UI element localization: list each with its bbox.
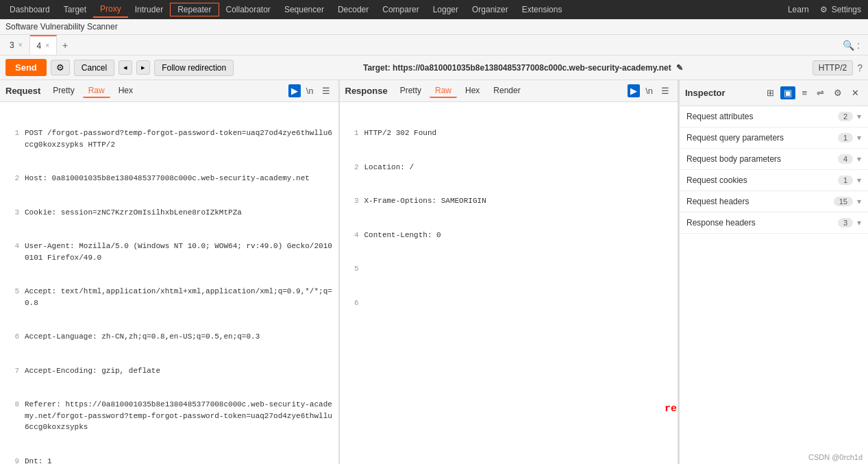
inspector-row-label-request-query: Request query parameters [686,133,838,143]
arrow-svg [340,369,354,410]
inspector-row-count-request-headers: 15 [834,197,853,206]
nav-organizer[interactable]: Organizer [465,2,515,17]
nav-comparer[interactable]: Comparer [375,2,425,17]
target-prefix: Target: [363,63,393,73]
response-more-icon[interactable]: ☰ [658,84,672,97]
search-button[interactable]: 🔍 : [837,37,865,53]
tab-4-close[interactable]: × [45,42,49,49]
response-tab-pretty[interactable]: Pretty [395,84,427,98]
resp-line-3: 3X-Frame-Options: SAMEORIGIN [345,195,673,207]
nav-extensions[interactable]: Extensions [515,2,569,17]
request-panel-header: Request Pretty Raw Hex ▶ \n ☰ [0,80,338,102]
response-panel: Response Pretty Raw Hex Render ▶ \n ☰ 1H… [340,80,679,464]
line-3: 3Cookie: session=zNC7KzrzOmIsilhxbLene8r… [5,207,333,219]
inspector-row-count-response-headers: 3 [838,218,853,228]
toolbar: Send ⚙ Cancel ◂ ▸ Follow redirection Tar… [0,56,868,80]
watermark: CSDN @0rch1d [808,453,863,461]
inspector-gear-icon[interactable]: ⚙ [830,86,845,99]
nav-logger[interactable]: Logger [426,2,465,17]
request-code-area[interactable]: 1POST /forgot-password?temp-forgot-passw… [0,102,338,464]
line-6: 6Accept-Language: zh-CN,zh;q=0.8,en-US;q… [5,331,333,343]
chevron-down-icon-3: ▾ [857,154,861,164]
line-2: 2Host: 0a810001035b8e1380485377008c000c.… [5,173,333,184]
inspector-title: Inspector [685,88,763,98]
line-4: 4User-Agent: Mozilla/5.0 (Windows NT 10.… [5,241,333,263]
inspector-row-request-body[interactable]: Request body parameters 4 ▾ [680,149,868,170]
nav-repeater[interactable]: Repeater [170,3,219,16]
tab-3-close[interactable]: × [18,41,23,49]
annotation-text: repeater中修改username为受害者账户 [665,402,678,417]
response-tab-hex[interactable]: Hex [460,84,485,98]
nav-prev-button[interactable]: ◂ [119,60,132,75]
inspector-row-label-request-attributes: Request attributes [686,112,838,121]
top-navigation: Dashboard Target Proxy Intruder Repeater… [0,0,868,19]
follow-redirection-button[interactable]: Follow redirection [154,60,234,76]
nav-decoder[interactable]: Decoder [331,2,375,17]
settings-button[interactable]: ⚙ Settings [816,5,865,14]
nav-learn[interactable]: Learn [781,2,816,17]
inspector-align-icon[interactable]: ⇌ [813,86,828,99]
nav-collaborator[interactable]: Collaborator [219,2,277,17]
inspector-panel-icon[interactable]: ▣ [780,86,795,99]
request-send-icon[interactable]: ▶ [288,84,301,97]
request-tab-raw[interactable]: Raw [83,84,110,98]
nav-target[interactable]: Target [57,2,93,17]
response-wrap-icon[interactable]: \n [643,84,656,97]
resp-line-1: 1HTTP/2 302 Found [345,127,673,139]
tab-3[interactable]: 3 × [3,35,30,55]
inspector-split-icon[interactable]: ⊞ [763,86,778,99]
request-title: Request [5,86,40,96]
request-tab-hex[interactable]: Hex [113,84,138,98]
response-tab-raw[interactable]: Raw [430,84,457,98]
inspector-row-response-headers[interactable]: Response headers 3 ▾ [680,212,868,234]
inspector-row-label-request-body: Request body parameters [686,154,838,164]
line-7: 7Accept-Encoding: gzip, deflate [5,365,333,377]
nav-sequencer[interactable]: Sequencer [277,2,331,17]
nav-proxy[interactable]: Proxy [93,1,128,18]
line-1: 1POST /forgot-password?temp-forgot-passw… [5,127,333,150]
inspector-row-request-cookies[interactable]: Request cookies 1 ▾ [680,170,868,191]
line-5: 5Accept: text/html,application/xhtml+xml… [5,286,333,308]
response-tab-render[interactable]: Render [488,84,525,98]
send-options-button[interactable]: ⚙ [51,60,70,75]
help-icon[interactable]: ? [857,62,863,73]
inspector-row-request-query[interactable]: Request query parameters 1 ▾ [680,127,868,149]
nav-dashboard[interactable]: Dashboard [3,2,57,17]
inspector-row-label-response-headers: Response headers [686,218,838,228]
chevron-down-icon-4: ▾ [857,175,861,185]
request-tab-pretty[interactable]: Pretty [47,84,79,98]
target-info: Target: https://0a810001035b8e1380485377… [238,63,808,73]
send-button[interactable]: Send [5,59,47,76]
inspector-row-request-headers[interactable]: Request headers 15 ▾ [680,191,868,212]
request-more-icon[interactable]: ☰ [319,84,333,97]
inspector-header: Inspector ⊞ ▣ ≡ ⇌ ⚙ ✕ [680,80,868,106]
settings-label: Settings [832,5,861,14]
inspector-row-request-attributes[interactable]: Request attributes 2 ▾ [680,106,868,127]
nav-intruder[interactable]: Intruder [128,2,170,17]
chevron-down-icon-2: ▾ [857,133,861,143]
request-panel-icons: ▶ \n ☰ [288,84,333,97]
tabs-bar: 3 × 4 × + 🔍 : [0,35,868,56]
inspector-row-count-request-query: 1 [838,133,853,143]
request-wrap-icon[interactable]: \n [303,84,317,97]
nav-next-button[interactable]: ▸ [136,60,150,75]
cancel-button[interactable]: Cancel [74,60,114,76]
response-code-area[interactable]: 1HTTP/2 302 Found 2Location: / 3X-Frame-… [340,102,678,464]
target-url: https://0a810001035b8e1380485377008c000c… [393,63,671,73]
inspector-row-count-request-body: 4 [838,154,853,164]
inspector-close-icon[interactable]: ✕ [848,86,863,99]
tab-4[interactable]: 4 × [30,35,58,55]
edit-target-icon[interactable]: ✎ [676,63,683,73]
response-sub-tabs: Pretty Raw Hex Render [395,84,628,98]
tab-add-button[interactable]: + [57,37,73,53]
inspector-row-label-request-headers: Request headers [686,197,834,206]
chevron-down-icon-5: ▾ [857,197,861,206]
inspector-indent-icon[interactable]: ≡ [798,86,810,99]
response-title: Response [345,86,388,96]
response-send-icon[interactable]: ▶ [628,84,640,97]
request-panel: Request Pretty Raw Hex ▶ \n ☰ 1POST /for… [0,80,339,464]
http-version-badge[interactable]: HTTP/2 [813,60,853,75]
resp-line-4: 4Content-Length: 0 [345,230,673,241]
chevron-down-icon: ▾ [857,112,861,121]
response-panel-icons: ▶ \n ☰ [628,84,672,97]
